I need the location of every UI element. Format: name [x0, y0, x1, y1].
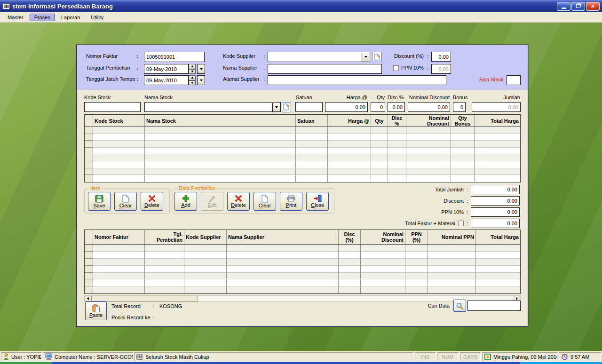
table-cell[interactable]: [339, 252, 361, 259]
table-cell[interactable]: [406, 134, 451, 141]
table-cell[interactable]: [339, 273, 361, 280]
table-cell[interactable]: [428, 279, 476, 286]
table-row[interactable]: [85, 168, 520, 175]
table-cell[interactable]: [93, 134, 145, 141]
table-cell[interactable]: [339, 245, 361, 252]
table-row[interactable]: [85, 266, 520, 273]
table-cell[interactable]: [145, 259, 184, 266]
table-cell[interactable]: [93, 279, 145, 286]
table-cell[interactable]: [451, 154, 475, 161]
minimize-button[interactable]: [557, 2, 570, 11]
table-row[interactable]: [85, 245, 520, 252]
scroll-left-button[interactable]: [85, 296, 91, 301]
tanggal-pembelian-dropdown-button[interactable]: [197, 64, 205, 74]
table-row[interactable]: [85, 279, 520, 286]
table-cell[interactable]: [328, 141, 371, 148]
form-close-button[interactable]: Close: [306, 192, 329, 211]
ppn-checkbox[interactable]: [393, 65, 399, 71]
edit-button[interactable]: Edit: [201, 192, 223, 211]
scrollbar-thumb[interactable]: [91, 296, 198, 301]
table-cell[interactable]: [93, 148, 145, 155]
table-cell[interactable]: [475, 154, 520, 161]
table-cell[interactable]: [476, 259, 520, 266]
table-row[interactable]: [85, 134, 520, 141]
table-cell[interactable]: [93, 273, 145, 280]
table-cell[interactable]: [227, 279, 339, 286]
ppn-input[interactable]: [431, 64, 451, 74]
table-cell[interactable]: [145, 175, 296, 182]
table-cell[interactable]: [428, 259, 476, 266]
close-button[interactable]: ✕: [586, 2, 600, 11]
table-cell[interactable]: [296, 134, 328, 141]
kode-stock-input[interactable]: [84, 102, 141, 112]
table-cell[interactable]: [227, 286, 339, 293]
table-cell[interactable]: [361, 266, 405, 273]
table-cell[interactable]: [405, 266, 428, 273]
table-cell[interactable]: [405, 286, 428, 293]
tanggal-jatuh-tempo-dropdown-button[interactable]: [197, 75, 205, 85]
table-cell[interactable]: [428, 245, 476, 252]
table-cell[interactable]: [388, 154, 406, 161]
row-selector-cell[interactable]: [85, 148, 93, 155]
menu-item-laporan[interactable]: Laporan: [56, 14, 85, 21]
table-cell[interactable]: [145, 141, 296, 148]
table-cell[interactable]: [475, 141, 520, 148]
table-cell[interactable]: [93, 141, 145, 148]
table-cell[interactable]: [406, 154, 451, 161]
kode-supplier-combobox[interactable]: [268, 52, 370, 62]
table-cell[interactable]: [93, 168, 145, 175]
table-cell[interactable]: [145, 134, 296, 141]
table-cell[interactable]: [93, 127, 145, 134]
table-cell[interactable]: [145, 286, 184, 293]
taskbar-edge[interactable]: [0, 362, 602, 364]
bonus-input[interactable]: [453, 102, 466, 112]
menu-item-master[interactable]: Master: [3, 14, 28, 21]
table-cell[interactable]: [388, 141, 406, 148]
table-cell[interactable]: [328, 127, 371, 134]
table-cell[interactable]: [371, 168, 388, 175]
nama-supplier-input[interactable]: [268, 64, 382, 74]
table-cell[interactable]: [145, 154, 296, 161]
restore-button[interactable]: [571, 2, 585, 11]
table-cell[interactable]: [388, 127, 406, 134]
materai-checkbox[interactable]: [458, 221, 464, 226]
table-cell[interactable]: [361, 245, 405, 252]
table-cell[interactable]: [93, 259, 145, 266]
table-cell[interactable]: [296, 154, 328, 161]
nomor-faktur-input[interactable]: [144, 52, 205, 62]
row-selector-cell[interactable]: [85, 286, 93, 293]
table-row[interactable]: [85, 273, 520, 280]
table-cell[interactable]: [476, 252, 520, 259]
table-cell[interactable]: [328, 168, 371, 175]
new-stock-button[interactable]: [282, 102, 291, 112]
table-row[interactable]: [85, 252, 520, 259]
item-clear-button[interactable]: Clear: [114, 192, 137, 211]
new-supplier-button[interactable]: [372, 52, 382, 62]
harga-input[interactable]: [325, 102, 368, 112]
table-cell[interactable]: [388, 148, 406, 155]
table-cell[interactable]: [184, 245, 227, 252]
row-selector-cell[interactable]: [85, 168, 93, 175]
table-cell[interactable]: [361, 273, 405, 280]
table-cell[interactable]: [93, 175, 145, 182]
table-cell[interactable]: [361, 279, 405, 286]
table-cell[interactable]: [451, 168, 475, 175]
table-cell[interactable]: [184, 273, 227, 280]
table-cell[interactable]: [328, 161, 371, 168]
table-cell[interactable]: [371, 141, 388, 148]
table-cell[interactable]: [93, 252, 145, 259]
table-cell[interactable]: [145, 161, 296, 168]
row-selector-cell[interactable]: [85, 154, 93, 161]
table-cell[interactable]: [227, 266, 339, 273]
table-cell[interactable]: [227, 252, 339, 259]
table-cell[interactable]: [296, 161, 328, 168]
paste-button[interactable]: Paste: [85, 301, 107, 320]
table-cell[interactable]: [475, 175, 520, 182]
table-cell[interactable]: [476, 286, 520, 293]
table-cell[interactable]: [328, 175, 371, 182]
nominal-discount-input[interactable]: [408, 102, 450, 112]
purchase-clear-button[interactable]: Clear: [253, 192, 276, 211]
table-cell[interactable]: [145, 127, 296, 134]
table-cell[interactable]: [451, 134, 475, 141]
row-selector-cell[interactable]: [85, 273, 93, 280]
